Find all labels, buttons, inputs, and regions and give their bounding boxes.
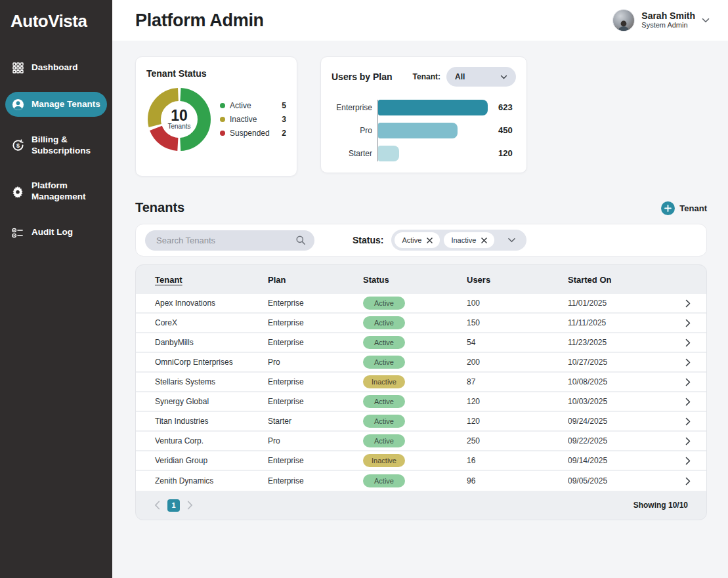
- table-row[interactable]: CoreX Enterprise Active 150 11/11/2025: [136, 314, 706, 333]
- cell-plan: Pro: [268, 358, 363, 367]
- legend-dot-active: [220, 103, 225, 108]
- user-info: Sarah Smith System Admin: [641, 10, 695, 30]
- chip-label: Active: [402, 236, 421, 244]
- remove-chip-icon[interactable]: [481, 237, 487, 243]
- bar-pro: [378, 123, 458, 138]
- sidebar-item-billing[interactable]: $ Billing & Subscriptions: [5, 129, 107, 163]
- sidebar-item-dashboard[interactable]: Dashboard: [5, 55, 107, 80]
- sidebar-item-label: Audit Log: [32, 227, 73, 238]
- cell-users: 96: [467, 476, 568, 485]
- row-chevron-icon[interactable]: [685, 358, 706, 367]
- cell-started-on: 09/05/2025: [568, 476, 683, 485]
- status-badge: Active: [363, 434, 405, 447]
- table-footer: 1 Showing 10/10: [136, 491, 706, 520]
- pagination-next-icon[interactable]: [187, 501, 193, 510]
- table-row[interactable]: Synergy Global Enterprise Active 120 10/…: [136, 392, 706, 412]
- sidebar-item-audit-log[interactable]: Audit Log: [5, 220, 107, 245]
- cell-started-on: 11/11/2025: [568, 318, 683, 327]
- sidebar-item-platform-management[interactable]: Platform Management: [5, 175, 107, 209]
- status-badge: Inactive: [363, 375, 405, 388]
- legend-item-active: Active 5: [220, 101, 286, 110]
- row-chevron-icon[interactable]: [685, 437, 706, 445]
- row-chevron-icon[interactable]: [685, 457, 706, 465]
- row-chevron-icon[interactable]: [685, 299, 706, 308]
- legend-label: Active: [230, 101, 251, 110]
- row-chevron-icon[interactable]: [685, 398, 706, 406]
- status-badge: Active: [363, 474, 405, 487]
- row-chevron-icon[interactable]: [685, 417, 706, 426]
- tenant-filter-value: All: [455, 72, 465, 81]
- legend-dot-suspended: [220, 131, 225, 136]
- bar-starter: [378, 146, 399, 161]
- search-input[interactable]: [156, 236, 295, 245]
- sidebar-item-manage-tenants[interactable]: Manage Tenants: [5, 92, 107, 117]
- dashboard-grid-icon: [11, 61, 24, 74]
- row-chevron-icon[interactable]: [685, 339, 706, 347]
- column-header-tenant[interactable]: Tenant: [155, 275, 182, 285]
- legend-label: Suspended: [230, 129, 270, 138]
- status-badge: Inactive: [363, 454, 405, 467]
- pagination-prev-icon[interactable]: [154, 501, 160, 510]
- status-filter-label: Status:: [353, 235, 383, 245]
- legend-dot-inactive: [220, 117, 225, 122]
- legend-value: 5: [282, 101, 286, 110]
- tenant-filter-select[interactable]: All: [446, 67, 516, 87]
- column-header-status: Status: [363, 275, 467, 285]
- table-row[interactable]: Veridian Group Enterprise Inactive 16 09…: [136, 451, 706, 471]
- user-name: Sarah Smith: [641, 10, 695, 21]
- chip-label: Inactive: [451, 236, 476, 244]
- tenant-status-card: Tenant Status 10 Tenants Active 5: [135, 56, 297, 176]
- user-menu[interactable]: Sarah Smith System Admin: [612, 9, 710, 31]
- cell-plan: Starter: [268, 417, 363, 426]
- cell-plan: Enterprise: [268, 476, 363, 485]
- table-row[interactable]: DanbyMills Enterprise Active 54 11/23/20…: [136, 333, 706, 353]
- row-chevron-icon[interactable]: [685, 378, 706, 386]
- table-row[interactable]: OmniCorp Enterprises Pro Active 200 10/2…: [136, 353, 706, 373]
- billing-dollar-icon: $: [11, 139, 24, 152]
- search-box[interactable]: [145, 230, 314, 251]
- cell-started-on: 10/27/2025: [568, 358, 683, 367]
- sidebar-item-label: Platform Management: [32, 180, 101, 203]
- add-tenant-button[interactable]: Tenant: [661, 201, 707, 215]
- cell-started-on: 09/22/2025: [568, 436, 683, 445]
- cell-plan: Enterprise: [268, 397, 363, 406]
- cell-tenant: Stellaris Systems: [155, 377, 268, 386]
- users-by-plan-card: Users by Plan Tenant: All Enterprise: [320, 56, 527, 173]
- cell-users: 54: [467, 338, 568, 347]
- table-row[interactable]: Zenith Dynamics Enterprise Active 96 09/…: [136, 471, 706, 491]
- bar-axis: [377, 100, 488, 161]
- status-badge: Active: [363, 395, 405, 408]
- cell-tenant: Synergy Global: [155, 397, 268, 406]
- legend-value: 2: [282, 129, 286, 138]
- cell-plan: Enterprise: [268, 377, 363, 386]
- column-header-plan: Plan: [268, 275, 363, 285]
- table-header-row: Tenant Plan Status Users Started On: [136, 265, 706, 294]
- row-chevron-icon[interactable]: [685, 319, 706, 327]
- tenants-section-title: Tenants: [135, 200, 184, 215]
- gear-icon: [11, 185, 24, 198]
- donut-center-label: Tenants: [167, 123, 190, 130]
- bar-value: 623: [498, 100, 513, 115]
- table-row[interactable]: Apex Innovations Enterprise Active 100 1…: [136, 294, 706, 314]
- audit-checklist-icon: [11, 226, 24, 239]
- status-chip-active[interactable]: Active: [395, 232, 440, 248]
- page-title: Platform Admin: [135, 10, 264, 31]
- bar-value: 450: [498, 123, 513, 138]
- table-row[interactable]: Stellaris Systems Enterprise Inactive 87…: [136, 373, 706, 392]
- table-row[interactable]: Titan Industries Starter Active 120 09/2…: [136, 412, 706, 432]
- avatar: [612, 9, 635, 31]
- pagination-page-1[interactable]: 1: [167, 499, 180, 512]
- status-filter-select[interactable]: Active Inactive: [391, 230, 526, 251]
- users-by-plan-bar-chart: Enterprise Pro Starter 623 450 120: [332, 100, 516, 161]
- cell-plan: Enterprise: [268, 318, 363, 327]
- remove-chip-icon[interactable]: [427, 237, 433, 243]
- tenant-status-donut-chart: 10 Tenants: [146, 87, 212, 152]
- status-chip-inactive[interactable]: Inactive: [444, 232, 494, 248]
- row-chevron-icon[interactable]: [685, 477, 706, 485]
- cell-users: 250: [467, 436, 568, 445]
- cell-tenant: OmniCorp Enterprises: [155, 358, 268, 367]
- cell-users: 200: [467, 358, 568, 367]
- table-row[interactable]: Ventura Corp. Pro Active 250 09/22/2025: [136, 432, 706, 451]
- sidebar-item-label: Billing & Subscriptions: [32, 134, 101, 157]
- cell-tenant: DanbyMills: [155, 338, 268, 347]
